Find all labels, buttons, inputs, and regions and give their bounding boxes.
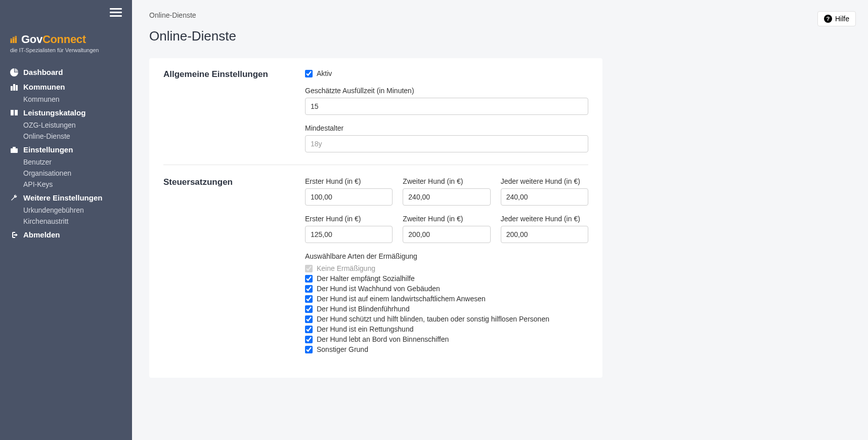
svg-rect-3 <box>11 39 11 39</box>
svg-rect-11 <box>15 36 16 37</box>
svg-rect-10 <box>14 38 14 39</box>
discount-checkbox[interactable] <box>305 326 313 333</box>
discount-checkbox <box>305 265 313 272</box>
buildings-icon <box>10 35 18 44</box>
wrench-icon <box>10 194 18 202</box>
est-time-input[interactable] <box>305 98 588 115</box>
hamburger-menu-button[interactable] <box>0 4 132 23</box>
discount-item: Der Hund ist auf einem landwirtschaftlic… <box>305 294 588 304</box>
help-button[interactable]: ? Hilfe <box>817 11 856 26</box>
discount-label: Der Hund schützt und hilft blinden, taub… <box>317 315 549 323</box>
discount-checkbox[interactable] <box>305 285 313 293</box>
active-label: Aktiv <box>317 69 332 77</box>
sidebar-item-kommunen[interactable]: Kommunen <box>4 80 128 94</box>
svg-rect-5 <box>11 40 11 41</box>
svg-rect-7 <box>13 37 14 38</box>
tax-r1c2-input[interactable] <box>403 188 490 206</box>
discount-list: Keine ErmäßigungDer Halter empfängt Sozi… <box>305 263 588 354</box>
sidebar-item-label: Dashboard <box>23 68 63 76</box>
help-label: Hilfe <box>835 15 849 23</box>
sidebar-item-label: Weitere Einstellungen <box>23 193 102 202</box>
discount-item: Der Hund lebt an Bord von Binnenschiffen <box>305 334 588 344</box>
est-time-label: Geschätzte Ausfüllzeit (in Minuten) <box>305 87 588 95</box>
sidebar-subitem-kirchen[interactable]: Kirchenaustritt <box>4 216 128 227</box>
discount-checkbox[interactable] <box>305 315 313 323</box>
logo-text: GovConnect <box>21 33 86 46</box>
discount-checkbox[interactable] <box>305 275 313 283</box>
help-icon: ? <box>824 15 832 23</box>
discount-label: Sonstiger Grund <box>317 345 368 353</box>
sidebar-item-dashboard[interactable]: Dashboard <box>4 65 128 79</box>
discount-item: Der Hund ist ein Rettungshund <box>305 324 588 334</box>
discount-item: Der Hund schützt und hilft blinden, taub… <box>305 314 588 324</box>
discounts-title: Auswählbare Arten der Ermäßigung <box>305 252 588 260</box>
sidebar-item-leistungskatalog[interactable]: Leistungskatalog <box>4 106 128 119</box>
discount-checkbox[interactable] <box>305 336 313 343</box>
sidebar-item-label: Kommunen <box>23 83 65 91</box>
tax-r2c2-label: Zweiter Hund (in €) <box>403 215 490 223</box>
main-content: ? Hilfe Online-Dienste Online-Dienste Al… <box>132 0 868 440</box>
discount-item: Der Hund ist Blindenführhund <box>305 304 588 314</box>
sidebar-subitem-benutzer[interactable]: Benutzer <box>4 156 128 168</box>
discount-checkbox[interactable] <box>305 295 313 303</box>
tax-r1c2-label: Zweiter Hund (in €) <box>403 177 490 185</box>
sidebar-item-label: Einstellungen <box>23 145 73 154</box>
tax-r2c1-input[interactable] <box>305 226 393 243</box>
breadcrumb: Online-Dienste <box>149 11 851 19</box>
discount-label: Der Hund ist Wachhund von Gebäuden <box>317 285 440 293</box>
discount-checkbox[interactable] <box>305 305 313 313</box>
svg-rect-1 <box>13 37 15 43</box>
sidebar-subitem-urkunden[interactable]: Urkundengebühren <box>4 205 128 216</box>
sidebar-subitem-ozg[interactable]: OZG-Leistungen <box>4 119 128 131</box>
svg-rect-14 <box>16 37 17 38</box>
page-title: Online-Dienste <box>149 28 851 44</box>
section-title-tax: Steuersatzungen <box>163 177 285 354</box>
active-checkbox[interactable] <box>305 70 313 77</box>
discount-item: Keine Ermäßigung <box>305 263 588 273</box>
tax-r2c3-input[interactable] <box>501 226 588 243</box>
sidebar-item-weitere[interactable]: Weitere Einstellungen <box>4 191 128 205</box>
sidebar-item-abmelden[interactable]: Abmelden <box>4 228 128 242</box>
svg-rect-6 <box>12 40 12 41</box>
discount-checkbox[interactable] <box>305 346 313 353</box>
svg-rect-17 <box>16 85 18 91</box>
tax-r2c2-input[interactable] <box>403 226 490 243</box>
svg-rect-16 <box>13 84 15 91</box>
sidebar-item-einstellungen[interactable]: Einstellungen <box>4 143 128 156</box>
sidebar-subitem-organisationen[interactable]: Organisationen <box>4 168 128 179</box>
briefcase-icon <box>10 146 18 154</box>
settings-card: Allgemeine Einstellungen Aktiv Geschätzt… <box>149 58 602 378</box>
svg-rect-19 <box>13 147 16 148</box>
discount-item: Sonstiger Grund <box>305 344 588 354</box>
discount-label: Der Hund ist ein Rettungshund <box>317 325 413 333</box>
discount-label: Keine Ermäßigung <box>317 264 375 272</box>
min-age-label: Mindestalter <box>305 124 588 132</box>
discount-label: Der Hund ist auf einem landwirtschaftlic… <box>317 295 486 303</box>
tax-r1c3-input[interactable] <box>501 188 588 206</box>
svg-rect-0 <box>11 38 13 43</box>
section-title-general: Allgemeine Einstellungen <box>163 69 285 152</box>
discount-label: Der Hund lebt an Bord von Binnenschiffen <box>317 335 449 343</box>
svg-rect-18 <box>11 148 18 153</box>
svg-rect-8 <box>14 37 14 38</box>
svg-rect-2 <box>15 36 17 43</box>
svg-rect-13 <box>15 37 16 38</box>
sidebar-subitem-apikeys[interactable]: API-Keys <box>4 179 128 190</box>
min-age-input[interactable] <box>305 135 588 152</box>
svg-rect-12 <box>16 36 17 37</box>
tax-r1c3-label: Jeder weitere Hund (in €) <box>501 177 588 185</box>
svg-rect-15 <box>11 86 13 91</box>
logo-tagline: die IT-Spezialisten für Verwaltungen <box>10 47 122 53</box>
sidebar-item-label: Leistungskatalog <box>23 108 85 117</box>
pie-chart-icon <box>10 68 18 76</box>
sidebar-subitem-kommunen[interactable]: Kommunen <box>4 94 128 105</box>
discount-item: Der Hund ist Wachhund von Gebäuden <box>305 284 588 294</box>
logout-icon <box>10 231 18 239</box>
tax-r1c1-input[interactable] <box>305 188 393 206</box>
building-icon <box>10 83 18 91</box>
discount-item: Der Halter empfängt Sozialhilfe <box>305 273 588 284</box>
sidebar-subitem-online-dienste[interactable]: Online-Dienste <box>4 131 128 142</box>
discount-label: Der Hund ist Blindenführhund <box>317 305 410 313</box>
tax-r2c1-label: Erster Hund (in €) <box>305 215 393 223</box>
book-icon <box>10 109 18 117</box>
